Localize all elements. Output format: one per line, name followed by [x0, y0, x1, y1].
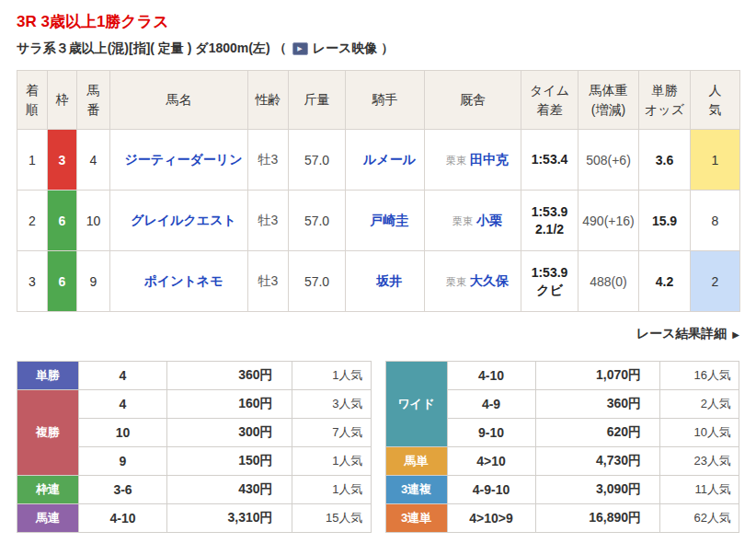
- payout-row: 複勝 4 160円 3人気: [17, 390, 372, 419]
- jockey-link[interactable]: 戸崎圭: [371, 213, 409, 227]
- horse-name-link[interactable]: ジーティーダーリン: [125, 152, 243, 167]
- trainer-link[interactable]: 大久保: [470, 273, 509, 288]
- payout-popularity: 15人気: [292, 504, 371, 533]
- payout-row: 3連単 4>10>9 16,890円 62人気: [385, 504, 739, 533]
- stable-area-label: 栗東: [446, 276, 466, 287]
- payout-popularity: 16人気: [660, 362, 739, 390]
- trainer-link[interactable]: 田中克: [470, 152, 509, 167]
- horse-number-cell: 10: [77, 191, 110, 251]
- col-stable: 厩舎: [425, 71, 521, 130]
- page-title: 3R 3歳以上1勝クラス: [17, 7, 739, 32]
- jockey-link[interactable]: 坂井: [377, 273, 403, 288]
- payout-combination: 10: [79, 419, 167, 447]
- stable-cell: 栗東小栗: [425, 191, 521, 251]
- waku-cell: 6: [48, 191, 77, 251]
- race-results-table: 着 順 枠 馬 番 馬名 性齢 斤量 騎手 厩舎 タイム 着差 馬体重 (増減)…: [17, 70, 740, 312]
- col-carried-weight: 斤量: [289, 71, 346, 130]
- payout-popularity: 1人気: [292, 476, 371, 504]
- rank-cell: 2: [17, 191, 48, 251]
- payout-combination: 4>10: [447, 447, 535, 476]
- payout-row: 単勝 4 360円 1人気: [17, 362, 372, 390]
- payout-popularity: 10人気: [660, 419, 739, 447]
- time-margin-cell: 1:53.92.1/2: [521, 191, 578, 251]
- carried-weight-cell: 57.0: [289, 130, 346, 191]
- payout-row: ワイド 4-10 1,070円 16人気: [385, 362, 739, 390]
- video-icon: ▶: [292, 42, 308, 55]
- horse-name-link[interactable]: グレイルクエスト: [131, 213, 236, 227]
- race-result-details-link[interactable]: レース結果詳細▶: [636, 326, 739, 341]
- jockey-cell: 戸崎圭: [346, 191, 425, 251]
- payout-combination: 4-10: [79, 504, 167, 533]
- payout-combination: 9-10: [447, 419, 535, 447]
- horse-name-link[interactable]: ポイントネモ: [144, 273, 223, 288]
- stable-cell: 栗東田中克: [425, 130, 521, 191]
- payout-type-wide: ワイド: [385, 362, 447, 447]
- race-conditions: サラ系３歳以上(混)[指]( 定量 ) ダ1800m(左) （ ▶ レース映像 …: [17, 40, 739, 57]
- payout-row: 枠連 3-6 430円 1人気: [17, 476, 372, 504]
- payout-popularity: 11人気: [660, 476, 739, 504]
- payout-popularity: 3人気: [292, 390, 371, 419]
- horse-name-cell: グレイルクエスト: [110, 191, 248, 251]
- payout-popularity: 2人気: [660, 390, 739, 419]
- horse-number-cell: 9: [77, 251, 110, 312]
- payout-amount: 4,730円: [535, 447, 660, 476]
- payout-amount: 430円: [167, 476, 292, 504]
- payout-combination: 4-9: [447, 390, 535, 419]
- payout-popularity: 23人気: [660, 447, 739, 476]
- stable-area-label: 栗東: [452, 215, 473, 226]
- payout-amount: 150円: [167, 447, 292, 476]
- payout-section: 単勝 4 360円 1人気 複勝 4 160円 3人気 10 300円 7人気 …: [17, 361, 739, 533]
- horse-number-cell: 4: [77, 130, 110, 191]
- payout-row: 馬単 4>10 4,730円 23人気: [385, 447, 739, 476]
- carried-weight-cell: 57.0: [289, 191, 346, 251]
- carried-weight-cell: 57.0: [289, 251, 346, 312]
- trainer-link[interactable]: 小栗: [476, 213, 502, 227]
- payout-type-bracket-quinella: 枠連: [17, 476, 79, 504]
- col-body-weight: 馬体重 (増減): [578, 71, 639, 130]
- col-jockey: 騎手: [346, 71, 425, 130]
- rank-cell: 3: [17, 251, 48, 312]
- col-sex-age: 性齢: [248, 71, 289, 130]
- body-weight-cell: 490(+16): [578, 191, 639, 251]
- race-video-label: レース映像: [313, 40, 378, 57]
- table-row: 2 6 10 グレイルクエスト 牡3 57.0 戸崎圭 栗東小栗 1:53.92…: [17, 191, 740, 251]
- body-weight-cell: 488(0): [578, 251, 639, 312]
- payout-amount: 360円: [535, 390, 660, 419]
- col-rank: 着 順: [17, 71, 48, 130]
- payout-combination: 4>10>9: [447, 504, 535, 533]
- horse-name-cell: ジーティーダーリン: [110, 130, 248, 191]
- payout-type-quinella: 馬連: [17, 504, 79, 533]
- payout-popularity: 1人気: [292, 447, 371, 476]
- col-waku: 枠: [48, 71, 77, 130]
- payout-type-exacta: 馬単: [385, 447, 447, 476]
- waku-cell: 3: [48, 130, 77, 191]
- payout-amount: 360円: [167, 362, 292, 390]
- stable-area-label: 栗東: [446, 155, 466, 166]
- chevron-right-icon: ▶: [732, 329, 739, 340]
- jockey-cell: ルメール: [346, 130, 425, 191]
- popularity-cell: 1: [691, 130, 740, 191]
- payout-type-trifecta: 3連単: [385, 504, 447, 533]
- race-video-link[interactable]: ▶ レース映像: [291, 40, 378, 57]
- stable-cell: 栗東大久保: [425, 251, 521, 312]
- table-row: 3 6 9 ポイントネモ 牡3 57.0 坂井 栗東大久保 1:53.9クビ 4…: [17, 251, 740, 312]
- results-header-row: 着 順 枠 馬 番 馬名 性齢 斤量 騎手 厩舎 タイム 着差 馬体重 (増減)…: [17, 71, 740, 130]
- table-row: 1 3 4 ジーティーダーリン 牡3 57.0 ルメール 栗東田中克 1:53.…: [17, 130, 740, 191]
- col-time-margin: タイム 着差: [521, 71, 578, 130]
- popularity-cell: 2: [691, 251, 740, 312]
- sex-age-cell: 牡3: [248, 191, 289, 251]
- win-odds-cell: 15.9: [639, 191, 691, 251]
- payout-combination: 9: [79, 447, 167, 476]
- jockey-link[interactable]: ルメール: [363, 152, 416, 167]
- payout-amount: 160円: [167, 390, 292, 419]
- col-horse-number: 馬 番: [77, 71, 110, 130]
- details-link-row: レース結果詳細▶: [17, 325, 739, 342]
- waku-cell: 6: [48, 251, 77, 312]
- win-odds-cell: 3.6: [639, 130, 691, 191]
- col-horse-name: 馬名: [110, 71, 248, 130]
- payout-amount: 3,310円: [167, 504, 292, 533]
- payout-row: 3連複 4-9-10 3,090円 11人気: [385, 476, 739, 504]
- payout-combination: 4-9-10: [447, 476, 535, 504]
- payout-combination: 4: [79, 362, 167, 390]
- payout-popularity: 62人気: [660, 504, 739, 533]
